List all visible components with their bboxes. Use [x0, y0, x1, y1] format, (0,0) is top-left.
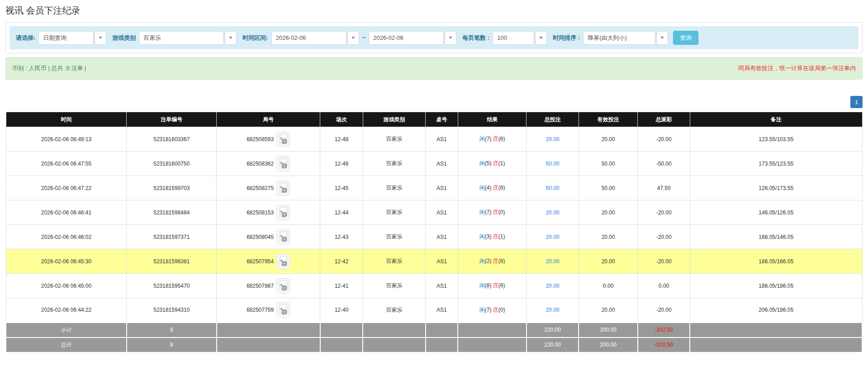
- date-from-dropdown-button[interactable]: [347, 31, 359, 45]
- result-player-label: 闲: [479, 233, 485, 240]
- cell-result: 闲(2) 庄(8): [458, 249, 526, 274]
- video-playback-button[interactable]: [276, 156, 290, 171]
- cell-session: 12-46: [320, 152, 363, 176]
- table-row[interactable]: 2026-02-06 06:49:13 523181603367 6825085…: [6, 127, 862, 152]
- result-banker-label: 庄: [493, 160, 498, 166]
- cell-session: 12-45: [320, 176, 363, 200]
- chevron-down-icon: [539, 37, 543, 39]
- video-playback-button[interactable]: [276, 181, 290, 196]
- cell-table-no: AS1: [426, 249, 458, 274]
- cell-round-id: 682508593: [217, 127, 320, 152]
- table-row[interactable]: 2026-02-06 06:47:55 523181600750 6825083…: [6, 152, 862, 176]
- table-row[interactable]: 2026-02-06 06:45:00 523181595470 6825078…: [6, 274, 862, 298]
- cell-round-id: 682508362: [217, 152, 320, 176]
- col-header-valid-bet: 有效投注: [579, 112, 638, 127]
- video-record-icon: [278, 280, 288, 292]
- cell-table-no: AS1: [426, 152, 458, 176]
- cell-valid-bet: 20.00: [579, 298, 638, 323]
- per-page-value[interactable]: 100: [493, 31, 534, 45]
- result-player-label: 闲: [479, 209, 485, 215]
- result-player-label: 闲: [479, 282, 485, 289]
- total-bet-link[interactable]: 20.00: [546, 209, 560, 216]
- cell-time: 2026-02-06 06:46:02: [6, 225, 127, 249]
- table-row[interactable]: 2026-02-06 06:47:22 523181599703 6825082…: [6, 176, 862, 200]
- result-banker-number: (8): [498, 185, 505, 191]
- cell-bet-id: 523181603367: [127, 127, 217, 152]
- cell-total-bet: 20.00: [526, 200, 579, 225]
- total-bet-link[interactable]: 20.00: [546, 136, 560, 143]
- video-playback-button[interactable]: [276, 132, 290, 147]
- cell-time: 2026-02-06 06:47:22: [6, 176, 127, 200]
- result-player-number: (7): [485, 136, 492, 142]
- cell-round-id: 682508045: [217, 225, 320, 249]
- result-banker-number: (0): [498, 209, 505, 215]
- total-bet-link[interactable]: 20.00: [546, 258, 560, 265]
- cell-time: 2026-02-06 06:47:55: [6, 152, 127, 176]
- video-playback-button[interactable]: [276, 278, 290, 294]
- bet-records-table: 时间 注单编号 局号 场次 游戏类别 桌号 结果 总投注 有效投注 总派彩 备注…: [5, 112, 863, 353]
- result-banker-label: 庄: [493, 258, 498, 264]
- video-playback-button[interactable]: [276, 205, 290, 220]
- table-footer-row: 总计 8 220.00 200.00 -102.50: [6, 337, 862, 352]
- table-row[interactable]: 2026-02-06 06:46:41 523181598484 6825081…: [6, 200, 862, 225]
- cell-total-bet: 50.00: [526, 176, 579, 200]
- cell-valid-bet: 0.00: [579, 274, 638, 298]
- table-row[interactable]: 2026-02-06 06:45:30 523181596381 6825079…: [6, 249, 862, 274]
- select-type-dropdown-button[interactable]: [95, 31, 106, 45]
- select-type-value[interactable]: 日期查询: [38, 31, 94, 45]
- result-player-number: (3): [485, 233, 492, 240]
- cell-payout: -20.00: [638, 225, 690, 249]
- footer-count: 8: [127, 323, 217, 337]
- result-player-number: (7): [485, 307, 492, 313]
- cell-result: 闲(3) 庄(1): [458, 225, 526, 249]
- cell-game-type: 百家乐: [363, 200, 425, 225]
- date-to-value[interactable]: 2026-02-06: [369, 31, 444, 45]
- sort-value[interactable]: 降幂(由大到小): [583, 31, 655, 45]
- game-type-value[interactable]: 百家乐: [139, 31, 224, 45]
- result-banker-label: 庄: [493, 233, 498, 240]
- cell-total-bet: 20.00: [526, 225, 579, 249]
- cell-payout: 0.00: [638, 274, 690, 298]
- cell-result: 闲(8) 庄(8): [458, 274, 526, 298]
- cell-table-no: AS1: [426, 274, 458, 298]
- cell-result: 闲(4) 庄(8): [458, 176, 526, 200]
- cell-round-id: 682507954: [217, 249, 320, 274]
- col-header-remark: 备注: [690, 112, 862, 127]
- cell-session: 12-40: [320, 298, 363, 323]
- total-bet-link[interactable]: 50.00: [546, 161, 560, 167]
- round-id-value: 682508275: [247, 185, 274, 191]
- table-row[interactable]: 2026-02-06 06:46:02 523181597371 6825080…: [6, 225, 862, 249]
- search-button[interactable]: 查询: [673, 31, 698, 45]
- table-row[interactable]: 2026-02-06 06:44:22 523181594310 6825077…: [6, 298, 862, 323]
- chevron-down-icon: [99, 37, 102, 39]
- cell-result: 闲(5) 庄(1): [458, 152, 526, 176]
- footer-total-bet: 220.00: [526, 337, 579, 352]
- video-playback-button[interactable]: [276, 254, 290, 269]
- video-playback-button[interactable]: [276, 302, 290, 318]
- cell-result: 闲(7) 庄(0): [458, 298, 526, 323]
- total-bet-link[interactable]: 20.00: [546, 283, 560, 289]
- total-bet-link[interactable]: 20.00: [546, 307, 560, 313]
- chevron-down-icon: [229, 37, 232, 39]
- result-banker-number: (8): [498, 282, 505, 289]
- total-bet-link[interactable]: 50.00: [546, 185, 560, 191]
- video-playback-button[interactable]: [276, 229, 290, 245]
- round-id-value: 682508362: [247, 161, 274, 167]
- chevron-down-icon: [351, 37, 355, 39]
- result-player-label: 闲: [479, 307, 485, 313]
- date-from-combobox: 2026-02-06: [271, 31, 359, 45]
- cell-time: 2026-02-06 06:45:30: [6, 249, 127, 274]
- date-to-dropdown-button[interactable]: [445, 31, 456, 45]
- total-bet-link[interactable]: 20.00: [546, 234, 560, 240]
- sort-dropdown-button[interactable]: [656, 31, 668, 45]
- result-banker-number: (6): [498, 136, 505, 142]
- cell-round-id: 682507867: [217, 274, 320, 298]
- date-from-value[interactable]: 2026-02-06: [271, 31, 346, 45]
- result-player-number: (8): [485, 282, 492, 289]
- pagination-page-1[interactable]: 1: [850, 96, 863, 108]
- summary-bar: 币别 : 人民币 | 总共 :8 注单 | 同局有效投注，统一计算在该局第一张注…: [5, 57, 863, 80]
- video-record-icon: [278, 133, 288, 145]
- per-page-dropdown-button[interactable]: [535, 31, 547, 45]
- game-type-dropdown-button[interactable]: [225, 31, 237, 45]
- video-record-icon: [278, 304, 288, 316]
